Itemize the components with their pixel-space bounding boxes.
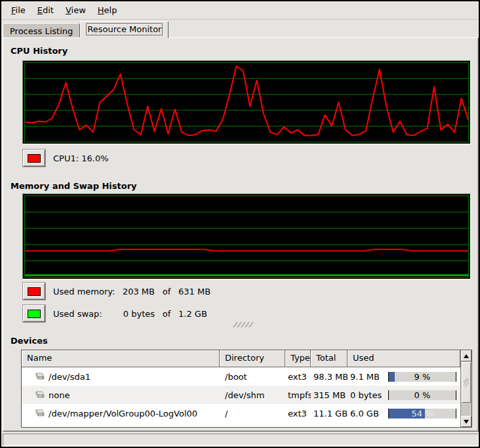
memory-color-swatch bbox=[28, 287, 41, 296]
scrollbar-trough[interactable] bbox=[461, 403, 471, 416]
memory-legend-row: Used memory: 203 MB of 631 MB bbox=[23, 283, 210, 300]
device-directory: /boot bbox=[220, 372, 285, 382]
scrollbar-thumb[interactable] bbox=[462, 362, 471, 403]
used-percent-label: 54 % bbox=[411, 409, 433, 418]
pane-resize-grip[interactable] bbox=[232, 321, 254, 331]
cpu-color-button[interactable] bbox=[23, 150, 45, 167]
device-name: /dev/sda1 bbox=[49, 372, 90, 382]
device-type: ext3 bbox=[285, 409, 311, 418]
device-used-cell: 0 bytes0 % bbox=[348, 390, 460, 400]
devices-table: NameDirectoryTypeTotalUsed /dev/sda1/boo… bbox=[21, 350, 472, 428]
scroll-down-button[interactable] bbox=[461, 416, 471, 427]
swap-of-label: of bbox=[155, 309, 178, 319]
status-bar bbox=[3, 434, 479, 446]
device-total: 315 MB bbox=[311, 390, 348, 400]
disk-icon bbox=[33, 373, 45, 381]
device-total: 98.3 MB bbox=[311, 372, 348, 382]
menu-view[interactable]: View bbox=[60, 3, 92, 18]
device-type: ext3 bbox=[285, 372, 311, 382]
device-used-cell: 9.1 MB9 % bbox=[348, 372, 460, 382]
device-row[interactable]: /dev/mapper/VolGroup00-LogVol00/ext311.1… bbox=[22, 404, 460, 422]
memory-used-value: 203 MB bbox=[117, 287, 155, 296]
system-monitor-window: FileEditViewHelp Process Listing Resourc… bbox=[0, 0, 480, 448]
used-percent-bar: 0 % bbox=[388, 390, 456, 400]
memory-color-button[interactable] bbox=[23, 283, 45, 300]
down-arrow-icon bbox=[464, 420, 469, 424]
memory-legend-label: Used memory: bbox=[53, 287, 117, 296]
menu-help[interactable]: Help bbox=[92, 3, 123, 18]
device-directory: /dev/shm bbox=[220, 390, 285, 400]
memory-swap-history-chart bbox=[22, 193, 471, 279]
tab-process-listing-label: Process Listing bbox=[10, 26, 73, 36]
used-percent-label: 0 % bbox=[414, 390, 431, 400]
devices-scrollbar[interactable] bbox=[460, 350, 471, 427]
tab-process-listing[interactable]: Process Listing bbox=[3, 23, 80, 38]
memory-history-title: Memory and Swap History bbox=[10, 181, 137, 191]
device-used: 9.1 MB bbox=[350, 372, 380, 382]
up-arrow-icon bbox=[464, 354, 469, 358]
tab-resource-monitor-label: Resource Monitor bbox=[87, 24, 161, 34]
column-header-type[interactable]: Type bbox=[285, 350, 311, 367]
used-percent-bar: 9 % bbox=[388, 372, 456, 382]
scroll-up-button[interactable] bbox=[461, 350, 471, 361]
used-percent-fill bbox=[389, 372, 395, 382]
cpu-legend-label: CPU1: 16.0% bbox=[53, 153, 109, 163]
device-total: 11.1 GB bbox=[311, 409, 348, 418]
swap-total-value: 1.2 GB bbox=[178, 309, 207, 319]
device-type: tmpfs bbox=[285, 390, 311, 400]
tab-resource-monitor[interactable]: Resource Monitor bbox=[80, 21, 169, 38]
memory-total-value: 631 MB bbox=[178, 287, 210, 296]
cpu-history-chart bbox=[22, 60, 471, 144]
swap-color-swatch bbox=[28, 310, 41, 318]
menu-edit[interactable]: Edit bbox=[31, 3, 60, 18]
swap-legend-label: Used swap: bbox=[53, 309, 117, 319]
column-header-directory[interactable]: Directory bbox=[220, 350, 285, 367]
column-header-used[interactable]: Used bbox=[348, 350, 460, 367]
device-name-cell: /dev/mapper/VolGroup00-LogVol00 bbox=[22, 409, 220, 418]
swap-color-button[interactable] bbox=[23, 305, 45, 322]
device-used: 6.0 GB bbox=[350, 409, 379, 418]
tab-bar: Process Listing Resource Monitor bbox=[3, 21, 169, 38]
menu-bar: FileEditViewHelp bbox=[1, 1, 479, 20]
column-header-name[interactable]: Name bbox=[22, 350, 220, 367]
device-directory: / bbox=[220, 409, 285, 418]
device-name-cell: /dev/sda1 bbox=[22, 372, 220, 382]
device-row[interactable]: none/dev/shmtmpfs315 MB0 bytes0 % bbox=[22, 386, 460, 404]
device-used-cell: 6.0 GB54 % bbox=[348, 409, 460, 418]
cpu-history-title: CPU History bbox=[10, 46, 68, 56]
device-name: /dev/mapper/VolGroup00-LogVol00 bbox=[49, 409, 197, 418]
used-percent-label: 9 % bbox=[414, 372, 431, 382]
used-percent-bar: 54 % bbox=[388, 409, 456, 418]
devices-table-body: /dev/sda1/bootext398.3 MB9.1 MB9 %none/d… bbox=[22, 367, 460, 422]
disk-icon bbox=[33, 409, 45, 418]
column-header-total[interactable]: Total bbox=[311, 350, 348, 367]
device-row[interactable]: /dev/sda1/bootext398.3 MB9.1 MB9 % bbox=[22, 367, 460, 386]
swap-used-value: 0 bytes bbox=[117, 309, 155, 319]
device-name-cell: none bbox=[22, 390, 220, 400]
disk-icon bbox=[33, 391, 45, 399]
menu-file[interactable]: File bbox=[5, 3, 31, 18]
device-name: none bbox=[49, 390, 70, 400]
devices-title: Devices bbox=[10, 336, 48, 346]
cpu-legend-row: CPU1: 16.0% bbox=[23, 150, 109, 167]
thumb-grip-icon bbox=[462, 377, 470, 388]
cpu-color-swatch bbox=[28, 154, 41, 163]
device-used: 0 bytes bbox=[350, 390, 382, 400]
devices-table-header: NameDirectoryTypeTotalUsed bbox=[22, 350, 460, 367]
swap-legend-row: Used swap: 0 bytes of 1.2 GB bbox=[23, 305, 207, 322]
memory-of-label: of bbox=[155, 287, 178, 296]
